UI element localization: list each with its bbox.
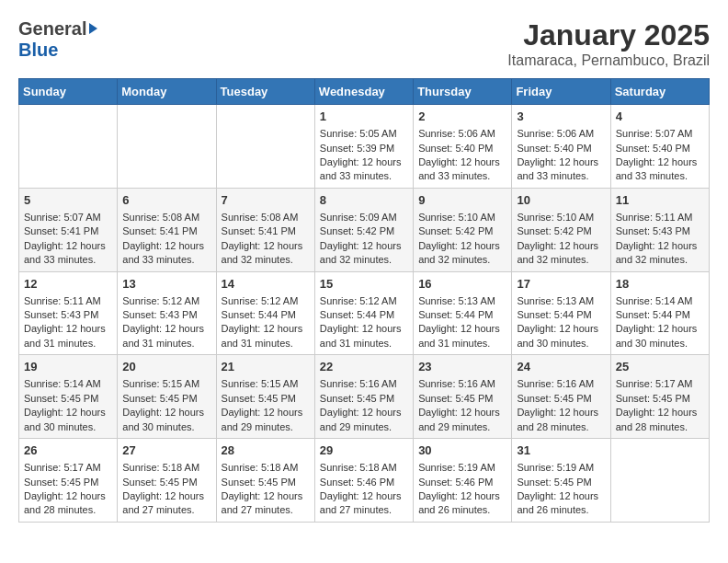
- calendar-week-row: 1Sunrise: 5:05 AMSunset: 5:39 PMDaylight…: [19, 105, 710, 189]
- cell-content: 16Sunrise: 5:13 AMSunset: 5:44 PMDayligh…: [418, 276, 506, 351]
- daylight-text: Daylight: 12 hours and 32 minutes.: [517, 240, 598, 265]
- sunset-text: Sunset: 5:45 PM: [222, 393, 296, 404]
- calendar-cell: [118, 105, 216, 189]
- calendar-cell: 12Sunrise: 5:11 AMSunset: 5:43 PMDayligh…: [19, 271, 118, 355]
- daylight-text: Daylight: 12 hours and 33 minutes.: [320, 156, 402, 181]
- day-number: 29: [320, 442, 408, 459]
- cell-content: 20Sunrise: 5:15 AMSunset: 5:45 PMDayligh…: [122, 359, 210, 434]
- sunrise-text: Sunrise: 5:08 AM: [222, 212, 299, 223]
- sunrise-text: Sunrise: 5:12 AM: [122, 295, 199, 306]
- calendar-cell: 6Sunrise: 5:08 AMSunset: 5:41 PMDaylight…: [118, 188, 216, 271]
- daylight-text: Daylight: 12 hours and 32 minutes.: [418, 240, 500, 265]
- weekday-header-monday: Monday: [118, 79, 216, 105]
- weekday-header-friday: Friday: [512, 79, 610, 105]
- calendar-cell: 1Sunrise: 5:05 AMSunset: 5:39 PMDaylight…: [314, 105, 413, 189]
- weekday-header-row: SundayMondayTuesdayWednesdayThursdayFrid…: [19, 79, 710, 105]
- calendar-week-row: 19Sunrise: 5:14 AMSunset: 5:45 PMDayligh…: [19, 355, 710, 439]
- cell-content: 25Sunrise: 5:17 AMSunset: 5:45 PMDayligh…: [616, 359, 704, 434]
- day-number: 19: [24, 359, 112, 375]
- sunrise-text: Sunrise: 5:15 AM: [122, 378, 199, 389]
- day-number: 15: [320, 276, 408, 293]
- daylight-text: Daylight: 12 hours and 29 minutes.: [418, 407, 500, 431]
- day-number: 14: [222, 276, 310, 293]
- day-number: 3: [517, 109, 605, 125]
- sunrise-text: Sunrise: 5:18 AM: [320, 462, 397, 473]
- cell-content: 11Sunrise: 5:11 AMSunset: 5:43 PMDayligh…: [616, 192, 704, 268]
- calendar-cell: 26Sunrise: 5:17 AMSunset: 5:45 PMDayligh…: [19, 439, 118, 523]
- sunrise-text: Sunrise: 5:18 AM: [222, 462, 299, 473]
- cell-content: 3Sunrise: 5:06 AMSunset: 5:40 PMDaylight…: [517, 109, 605, 184]
- calendar-cell: 3Sunrise: 5:06 AMSunset: 5:40 PMDaylight…: [512, 105, 610, 189]
- cell-content: 27Sunrise: 5:18 AMSunset: 5:45 PMDayligh…: [122, 442, 210, 518]
- sunrise-text: Sunrise: 5:13 AM: [418, 295, 495, 306]
- daylight-text: Daylight: 12 hours and 33 minutes.: [24, 240, 106, 265]
- day-number: 12: [24, 276, 112, 293]
- month-title: January 2025: [507, 18, 710, 52]
- calendar-cell: 8Sunrise: 5:09 AMSunset: 5:42 PMDaylight…: [314, 188, 413, 271]
- sunrise-text: Sunrise: 5:06 AM: [418, 128, 495, 139]
- sunrise-text: Sunrise: 5:11 AM: [24, 295, 101, 306]
- day-number: 30: [418, 442, 506, 459]
- sunset-text: Sunset: 5:43 PM: [616, 225, 690, 236]
- sunrise-text: Sunrise: 5:08 AM: [122, 212, 199, 223]
- daylight-text: Daylight: 12 hours and 27 minutes.: [320, 490, 402, 515]
- cell-content: 7Sunrise: 5:08 AMSunset: 5:41 PMDaylight…: [222, 192, 310, 268]
- daylight-text: Daylight: 12 hours and 33 minutes.: [616, 156, 698, 181]
- day-number: 10: [517, 192, 605, 209]
- sunrise-text: Sunrise: 5:10 AM: [517, 212, 594, 223]
- daylight-text: Daylight: 12 hours and 28 minutes.: [616, 407, 698, 431]
- day-number: 11: [616, 192, 704, 209]
- sunset-text: Sunset: 5:39 PM: [320, 143, 394, 154]
- cell-content: 22Sunrise: 5:16 AMSunset: 5:45 PMDayligh…: [320, 359, 408, 434]
- sunrise-text: Sunrise: 5:10 AM: [418, 212, 495, 223]
- sunset-text: Sunset: 5:44 PM: [418, 309, 493, 320]
- sunset-text: Sunset: 5:40 PM: [616, 143, 690, 154]
- sunrise-text: Sunrise: 5:07 AM: [616, 128, 693, 139]
- sunrise-text: Sunrise: 5:14 AM: [616, 295, 693, 306]
- calendar-week-row: 12Sunrise: 5:11 AMSunset: 5:43 PMDayligh…: [19, 271, 710, 355]
- cell-content: 6Sunrise: 5:08 AMSunset: 5:41 PMDaylight…: [122, 192, 210, 268]
- daylight-text: Daylight: 12 hours and 30 minutes.: [517, 323, 598, 348]
- calendar-cell: 18Sunrise: 5:14 AMSunset: 5:44 PMDayligh…: [610, 271, 709, 355]
- sunset-text: Sunset: 5:41 PM: [122, 225, 197, 236]
- calendar-cell: 10Sunrise: 5:10 AMSunset: 5:42 PMDayligh…: [512, 188, 610, 271]
- day-number: 24: [517, 359, 605, 375]
- daylight-text: Daylight: 12 hours and 31 minutes.: [222, 323, 303, 348]
- day-number: 18: [616, 276, 704, 293]
- calendar-table: SundayMondayTuesdayWednesdayThursdayFrid…: [18, 78, 710, 523]
- calendar-cell: 4Sunrise: 5:07 AMSunset: 5:40 PMDaylight…: [610, 105, 709, 189]
- sunrise-text: Sunrise: 5:11 AM: [616, 212, 693, 223]
- daylight-text: Daylight: 12 hours and 27 minutes.: [222, 490, 303, 515]
- daylight-text: Daylight: 12 hours and 27 minutes.: [122, 490, 204, 515]
- sunset-text: Sunset: 5:46 PM: [418, 477, 493, 488]
- day-number: 20: [122, 359, 210, 375]
- calendar-cell: 19Sunrise: 5:14 AMSunset: 5:45 PMDayligh…: [19, 355, 118, 439]
- sunset-text: Sunset: 5:42 PM: [418, 225, 493, 236]
- sunset-text: Sunset: 5:45 PM: [24, 477, 98, 488]
- calendar-cell: 17Sunrise: 5:13 AMSunset: 5:44 PMDayligh…: [512, 271, 610, 355]
- sunset-text: Sunset: 5:44 PM: [517, 309, 591, 320]
- cell-content: 30Sunrise: 5:19 AMSunset: 5:46 PMDayligh…: [418, 442, 506, 518]
- day-number: 31: [517, 442, 605, 459]
- sunset-text: Sunset: 5:45 PM: [122, 393, 197, 404]
- sunset-text: Sunset: 5:41 PM: [222, 225, 296, 236]
- day-number: 8: [320, 192, 408, 209]
- daylight-text: Daylight: 12 hours and 33 minutes.: [418, 156, 500, 181]
- sunrise-text: Sunrise: 5:07 AM: [24, 212, 101, 223]
- sunset-text: Sunset: 5:45 PM: [517, 393, 591, 404]
- sunset-text: Sunset: 5:45 PM: [24, 393, 98, 404]
- cell-content: 10Sunrise: 5:10 AMSunset: 5:42 PMDayligh…: [517, 192, 605, 268]
- calendar-week-row: 5Sunrise: 5:07 AMSunset: 5:41 PMDaylight…: [19, 188, 710, 271]
- weekday-header-thursday: Thursday: [414, 79, 512, 105]
- calendar-cell: 15Sunrise: 5:12 AMSunset: 5:44 PMDayligh…: [314, 271, 413, 355]
- daylight-text: Daylight: 12 hours and 31 minutes.: [418, 323, 500, 348]
- sunset-text: Sunset: 5:45 PM: [222, 477, 296, 488]
- calendar-cell: 11Sunrise: 5:11 AMSunset: 5:43 PMDayligh…: [610, 188, 709, 271]
- sunrise-text: Sunrise: 5:13 AM: [517, 295, 594, 306]
- calendar-cell: 7Sunrise: 5:08 AMSunset: 5:41 PMDaylight…: [216, 188, 314, 271]
- calendar-cell: 21Sunrise: 5:15 AMSunset: 5:45 PMDayligh…: [216, 355, 314, 439]
- sunrise-text: Sunrise: 5:06 AM: [517, 128, 594, 139]
- day-number: 9: [418, 192, 506, 209]
- sunset-text: Sunset: 5:45 PM: [320, 393, 394, 404]
- calendar-cell: 30Sunrise: 5:19 AMSunset: 5:46 PMDayligh…: [414, 439, 512, 523]
